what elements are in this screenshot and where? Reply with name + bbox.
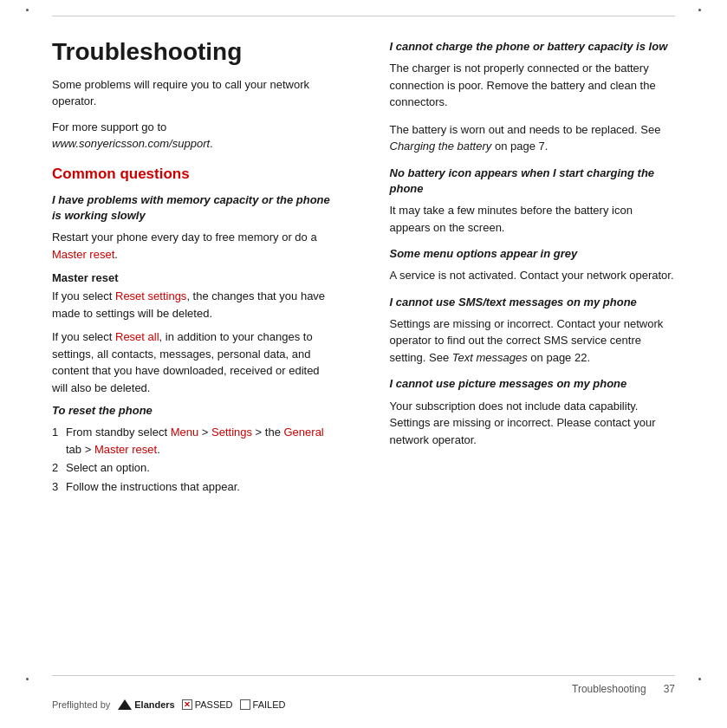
step1-sep2: > the	[252, 426, 284, 439]
master-reset-body2: If you select Reset all, in addition to …	[52, 328, 338, 396]
master-reset-body1: If you select Reset settings, the change…	[52, 288, 338, 322]
settings-link: Settings	[211, 426, 252, 439]
intro-text-2-pre: For more support go to	[52, 120, 166, 133]
mr-body2-pre: If you select	[52, 330, 112, 343]
menu-link: Menu	[171, 426, 199, 439]
text-messages-link: Text messages	[452, 351, 528, 364]
mr-body1-pre: If you select	[52, 289, 112, 302]
preflight-passed: ✕ PASSED	[182, 699, 233, 710]
elanders-logo-icon	[117, 699, 133, 711]
rc-body-2: The battery is worn out and needs to be …	[390, 121, 676, 155]
rc-body-3: It may take a few minutes before the bat…	[390, 202, 676, 236]
rc-heading-4: Some menu options appear in grey	[390, 246, 676, 262]
q1-heading: I have problems with memory capacity or …	[52, 192, 338, 224]
page-number-area: Troubleshooting 37	[572, 683, 675, 695]
step-num-2: 2	[52, 459, 58, 477]
rc-body-4: A service is not activated. Contact your…	[390, 267, 676, 284]
right-section-6: I cannot use picture messages on my phon…	[390, 376, 676, 448]
intro-text-2: For more support go to www.sonyericsson.…	[52, 119, 338, 153]
master-reset-heading: Master reset	[52, 271, 338, 284]
failed-checkbox	[240, 699, 250, 710]
step3-text: Follow the instructions that appear.	[66, 480, 240, 493]
common-questions-heading: Common questions	[52, 165, 338, 184]
rc-body-1: The charger is not properly connected or…	[390, 60, 676, 111]
preflight-label: Preflighted by	[52, 699, 110, 710]
content-area: Troubleshooting Some problems will requi…	[52, 30, 675, 672]
corner-mark-bottom-left	[26, 678, 29, 680]
right-section-3: No battery icon appears when I start cha…	[390, 166, 676, 236]
q1-master-reset-link: Master reset	[52, 248, 114, 261]
general-link: General	[284, 426, 324, 439]
page-number-label: Troubleshooting	[572, 683, 646, 695]
list-item: 3 Follow the instructions that appear.	[52, 478, 338, 496]
support-url-suffix: .	[210, 137, 213, 150]
right-column: I cannot charge the phone or battery cap…	[364, 30, 676, 672]
charging-battery-link: Charging the battery	[390, 140, 492, 153]
rc-heading-3: No battery icon appears when I start cha…	[390, 166, 676, 197]
elanders-logo: Elanders	[117, 699, 174, 711]
reset-all-link: Reset all	[115, 330, 159, 343]
rc-heading-6: I cannot use picture messages on my phon…	[390, 376, 676, 392]
corner-mark-top-left	[26, 9, 29, 11]
q1-body-pre: Restart your phone every day to free mem…	[52, 231, 317, 244]
rc-body-6: Your subscription does not include data …	[390, 398, 676, 449]
support-url: www.sonyericsson.com/support	[52, 137, 210, 150]
list-item: 1 From standby select Menu > Settings > …	[52, 424, 338, 458]
step-num-1: 1	[52, 424, 58, 441]
list-item: 2 Select an option.	[52, 459, 338, 477]
intro-text-1: Some problems will require you to call y…	[52, 76, 338, 110]
q1-body: Restart your phone every day to free mem…	[52, 229, 338, 263]
passed-checkbox: ✕	[182, 699, 192, 710]
company-name: Elanders	[134, 699, 174, 710]
reset-phone-heading: To reset the phone	[52, 403, 338, 419]
top-border	[52, 16, 675, 16]
right-section-4: Some menu options appear in grey A servi…	[390, 246, 676, 284]
left-column: Troubleshooting Some problems will requi…	[52, 30, 364, 672]
right-section-5: I cannot use SMS/text messages on my pho…	[390, 295, 676, 367]
q1-body-suffix: .	[114, 248, 118, 261]
footer: Preflighted by Elanders ✕ PASSED FAILED	[52, 699, 675, 711]
passed-label: PASSED	[195, 699, 233, 710]
page-container: Troubleshooting Some problems will requi…	[0, 0, 727, 728]
svg-marker-0	[118, 699, 132, 710]
rc-body-5: Settings are missing or incorrect. Conta…	[390, 315, 676, 367]
corner-mark-bottom-right	[698, 678, 701, 680]
failed-label: FAILED	[253, 699, 286, 710]
step1-post: .	[157, 443, 160, 456]
step1-pre: From standby select	[66, 426, 171, 439]
step1-sep1: >	[198, 426, 211, 439]
master-reset-link: Master reset	[94, 443, 157, 456]
right-section-2: The battery is worn out and needs to be …	[390, 121, 676, 155]
page-number: 37	[664, 683, 675, 695]
rc-heading-1: I cannot charge the phone or battery cap…	[390, 39, 676, 55]
step2-text: Select an option.	[66, 461, 150, 474]
preflight-failed: FAILED	[240, 699, 286, 710]
corner-mark-top-right	[698, 9, 701, 11]
page-title: Troubleshooting	[52, 39, 338, 66]
bottom-border	[52, 675, 675, 676]
preflight-text: Preflighted by	[52, 699, 110, 710]
reset-settings-link: Reset settings	[115, 289, 186, 302]
steps-list: 1 From standby select Menu > Settings > …	[52, 424, 338, 495]
step-num-3: 3	[52, 478, 58, 496]
step1-sep3: tab >	[66, 443, 94, 456]
right-section-1: I cannot charge the phone or battery cap…	[390, 39, 676, 111]
rc-heading-5: I cannot use SMS/text messages on my pho…	[390, 295, 676, 310]
